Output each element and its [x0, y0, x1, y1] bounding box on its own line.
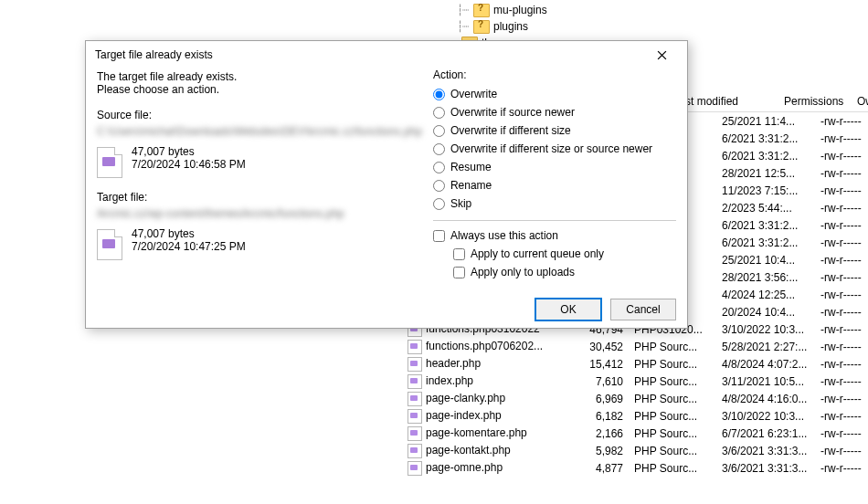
radio-input[interactable] — [433, 162, 445, 173]
ok-button[interactable]: OK — [535, 299, 601, 320]
cell-name: functions.php0706202... — [402, 340, 568, 354]
always-use-action[interactable]: Always use this action — [433, 226, 676, 245]
cell-modified: 4/8/2024 4:07:2... — [716, 358, 815, 371]
apply-current-queue[interactable]: Apply to current queue only — [433, 245, 676, 263]
table-row[interactable]: index.php7,610PHP Sourc...3/11/2021 10:5… — [402, 373, 868, 390]
tree-item[interactable]: ┆┈ mu-plugins — [402, 2, 676, 18]
action-overwrite[interactable]: Overwrite — [433, 85, 676, 103]
radio-label: Rename — [450, 179, 492, 192]
tree-item[interactable]: ┆┈ plugins — [402, 18, 676, 35]
cell-modified: 2/2023 5:44:... — [716, 202, 815, 215]
cell-modified: 20/2024 10:4... — [716, 306, 815, 319]
table-row[interactable]: page-omne.php4,877PHP Sourc...3/6/2021 3… — [402, 459, 868, 477]
close-button[interactable] — [643, 42, 680, 68]
target-file-path: /krcmic.cz/wp-content/themes/krcmic/func… — [97, 207, 422, 220]
table-row[interactable]: header.php15,412PHP Sourc...4/8/2024 4:0… — [402, 355, 868, 373]
cell-name: index.php — [402, 374, 568, 389]
cell-size: 2,166 — [568, 427, 629, 440]
radio-input[interactable] — [433, 143, 445, 155]
cell-permissions: -rw-r----- — [815, 236, 868, 249]
cell-modified: 6/7/2021 6:23:1... — [716, 427, 815, 440]
action-resume[interactable]: Resume — [433, 158, 676, 176]
cell-modified: 3/11/2021 10:5... — [716, 375, 815, 388]
button-label: OK — [560, 303, 576, 316]
file-icon — [97, 229, 122, 260]
target-file-label: Target file: — [97, 191, 422, 204]
file-icon — [408, 409, 422, 424]
radio-input[interactable] — [433, 180, 445, 192]
tree-guide: ┆┈ — [457, 4, 468, 16]
action-label: Action: — [433, 68, 676, 81]
source-file-label: Source file: — [97, 109, 422, 121]
checkbox-input[interactable] — [453, 248, 465, 260]
cell-modified: 4/8/2024 4:16:0... — [716, 393, 815, 405]
file-icon — [408, 374, 422, 389]
radio-label: Overwrite if different size or source ne… — [450, 142, 652, 155]
table-row[interactable]: functions.php0706202...30,452PHP Sourc..… — [402, 338, 868, 355]
checkbox-input[interactable] — [433, 230, 445, 242]
cell-modified: 5/28/2021 2:27:... — [716, 341, 815, 353]
radio-input[interactable] — [433, 125, 445, 137]
action-skip[interactable]: Skip — [433, 194, 676, 213]
cell-size: 4,877 — [568, 462, 629, 475]
cell-type: PHP Sourc... — [629, 341, 716, 353]
cell-type: PHP Sourc... — [629, 375, 716, 388]
checkbox-label: Apply to current queue only — [471, 247, 604, 260]
cell-permissions: -rw-r----- — [815, 358, 868, 371]
col-header-modified[interactable]: st modified — [680, 95, 778, 108]
cell-type: PHP Sourc... — [629, 358, 716, 371]
tree-label: plugins — [493, 20, 528, 33]
separator — [433, 220, 676, 221]
table-row[interactable]: page-clanky.php6,969PHP Sourc...4/8/2024… — [402, 390, 868, 407]
col-header-owner[interactable]: Owne — [852, 95, 868, 108]
table-row[interactable]: page-komentare.php2,166PHP Sourc...6/7/2… — [402, 425, 868, 442]
radio-input[interactable] — [433, 107, 445, 119]
dialog-message-line1: The target file already exists. — [97, 70, 422, 83]
action-overwrite-size[interactable]: Overwrite if different size — [433, 121, 676, 140]
tree-guide: ┆┈ — [457, 20, 468, 33]
cell-modified: 4/2024 12:25... — [716, 289, 815, 301]
cell-type: PHP Sourc... — [629, 410, 716, 423]
cell-permissions: -rw-r----- — [815, 375, 868, 388]
cancel-button[interactable]: Cancel — [610, 299, 676, 320]
dialog-titlebar: Target file already exists — [86, 41, 687, 68]
radio-label: Overwrite if different size — [450, 124, 571, 137]
dialog-message-line2: Please choose an action. — [97, 83, 422, 96]
action-overwrite-size-newer[interactable]: Overwrite if different size or source ne… — [433, 140, 676, 158]
cell-size: 6,969 — [568, 393, 629, 405]
cell-permissions: -rw-r----- — [815, 306, 868, 319]
cell-permissions: -rw-r----- — [815, 462, 868, 475]
cell-permissions: -rw-r----- — [815, 184, 868, 197]
cell-permissions: -rw-r----- — [815, 271, 868, 284]
tree-label: mu-plugins — [493, 4, 547, 16]
cell-name: page-index.php — [402, 409, 568, 424]
cell-permissions: -rw-r----- — [815, 410, 868, 423]
source-file-path: C:\Users\michal\Downloads\Websites\DEV\k… — [97, 125, 422, 138]
cell-modified: 3/10/2022 10:3... — [716, 410, 815, 423]
cell-permissions: -rw-r----- — [815, 323, 868, 336]
action-overwrite-newer[interactable]: Overwrite if source newer — [433, 103, 676, 121]
cell-modified: 11/2023 7:15:... — [716, 184, 815, 197]
action-rename[interactable]: Rename — [433, 176, 676, 194]
file-icon — [97, 147, 122, 178]
cell-name: page-omne.php — [402, 461, 568, 476]
col-header-permissions[interactable]: Permissions — [778, 95, 852, 108]
target-file-info: 47,007 bytes 7/20/2024 10:47:25 PM — [97, 227, 422, 260]
table-row[interactable]: page-kontakt.php5,982PHP Sourc...3/6/202… — [402, 442, 868, 459]
table-row[interactable]: page-index.php6,182PHP Sourc...3/10/2022… — [402, 407, 868, 425]
cell-name: page-clanky.php — [402, 392, 568, 406]
cell-size: 7,610 — [568, 375, 629, 388]
radio-input[interactable] — [433, 198, 445, 210]
file-icon — [408, 444, 422, 458]
radio-input[interactable] — [433, 89, 445, 100]
cell-permissions: -rw-r----- — [815, 219, 868, 232]
source-file-time: 7/20/2024 10:46:58 PM — [132, 158, 246, 171]
cell-modified: 28/2021 3:56:... — [716, 271, 815, 284]
file-icon — [408, 357, 422, 372]
cell-type: PHP Sourc... — [629, 462, 716, 475]
checkbox-input[interactable] — [453, 267, 465, 278]
cell-size: 15,412 — [568, 358, 629, 371]
apply-only-uploads[interactable]: Apply only to uploads — [433, 263, 676, 281]
cell-permissions: -rw-r----- — [815, 202, 868, 215]
radio-label: Overwrite if source newer — [450, 106, 575, 119]
